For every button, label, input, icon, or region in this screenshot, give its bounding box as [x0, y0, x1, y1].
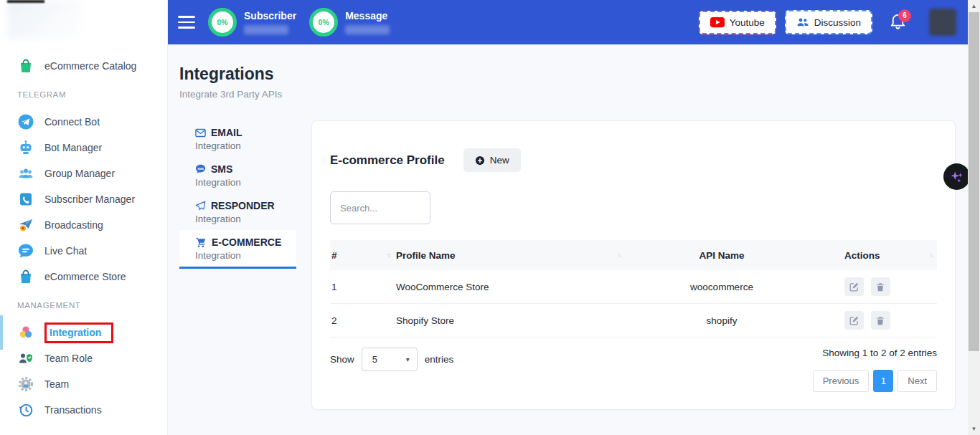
sidebar-item-transactions[interactable]: Transactions: [0, 397, 167, 423]
sidebar: eCommerce Catalog TELEGRAM Connect Bot: [0, 0, 168, 435]
tab-title: E-COMMERCE: [212, 236, 281, 248]
shopping-bag-icon: [17, 57, 34, 75]
sidebar-item-group-manager[interactable]: Group Manager: [0, 161, 167, 186]
tab-subtitle: Integration: [195, 250, 296, 261]
sidebar-item-connect-bot[interactable]: Connect Bot: [0, 109, 167, 135]
hamburger-menu-icon[interactable]: [178, 12, 195, 32]
tab-email-integration[interactable]: EMAIL Integration: [179, 120, 296, 157]
annotation-box: Integration: [44, 322, 113, 343]
table-row: 1 WooCommerce Store woocommerce: [330, 270, 937, 304]
sidebar-item-ecommerce-catalog[interactable]: eCommerce Catalog: [0, 53, 167, 79]
subscriber-stat-label: Subscriber: [244, 10, 296, 21]
cart-icon: [195, 237, 207, 248]
sidebar-item-label: Team Role: [44, 353, 93, 364]
app-window: eCommerce Catalog TELEGRAM Connect Bot: [0, 0, 980, 435]
youtube-button-label: Youtube: [730, 17, 765, 28]
store-bag-icon: [17, 268, 34, 285]
cell-api-name: woocommerce: [625, 282, 819, 292]
youtube-button[interactable]: Youtube: [699, 11, 776, 34]
table-header-row: # ↑↓ Profile Name ↑↓ API Name Actions: [330, 240, 937, 270]
sort-icon[interactable]: ↑↓: [617, 252, 621, 259]
message-progress-ring: 0%: [309, 8, 338, 37]
delete-button[interactable]: [871, 311, 890, 330]
entries-select[interactable]: 5 ▾: [362, 348, 418, 371]
vertical-scrollbar: ▲ ▼: [968, 0, 980, 435]
telegram-plane-icon: [17, 113, 34, 130]
chevron-down-icon: ▾: [406, 355, 410, 363]
showing-entries-text: Showing 1 to 2 of 2 entries: [822, 348, 937, 358]
column-header-profile-name[interactable]: Profile Name ↑↓: [395, 250, 625, 261]
tab-sms-integration[interactable]: SMS SMS Integration: [179, 157, 296, 193]
topbar: 0% Subscriber 0% Message Youtube: [168, 0, 968, 44]
sidebar-item-bot-manager[interactable]: Bot Manager: [0, 135, 167, 161]
column-header-api-name[interactable]: API Name: [625, 250, 819, 261]
notification-count-badge: 6: [898, 9, 911, 22]
sidebar-section-telegram: TELEGRAM: [17, 90, 167, 99]
app-logo[interactable]: [0, 0, 167, 44]
column-header-num[interactable]: # ↑↓: [330, 250, 395, 261]
new-profile-button[interactable]: New: [463, 148, 521, 172]
edit-pencil-icon: [849, 282, 859, 292]
team-role-shield-icon: [17, 350, 34, 367]
user-avatar[interactable]: [929, 9, 956, 36]
message-stat-label: Message: [345, 10, 390, 21]
chat-bubble-icon: [17, 242, 34, 259]
column-header-actions[interactable]: Actions ↑↓: [819, 250, 937, 261]
sidebar-item-label: Broadcasting: [44, 219, 103, 231]
sidebar-item-subscriber-manager[interactable]: Subscriber Manager: [0, 186, 167, 212]
sidebar-item-label: Transactions: [44, 404, 102, 416]
sidebar-item-label: Group Manager: [44, 168, 115, 179]
next-page-button[interactable]: Next: [897, 370, 937, 392]
sidebar-item-team[interactable]: Team: [0, 371, 167, 397]
sidebar-item-label: eCommerce Store: [44, 271, 126, 282]
edit-pencil-icon: [849, 315, 859, 326]
page-1-button[interactable]: 1: [873, 370, 893, 392]
sidebar-item-broadcasting[interactable]: Broadcasting: [0, 212, 167, 238]
sidebar-item-label: Team: [44, 378, 69, 390]
notifications-button[interactable]: 6: [890, 12, 906, 33]
trash-icon: [875, 315, 885, 326]
edit-button[interactable]: [844, 311, 864, 330]
team-gear-icon: [17, 376, 34, 393]
sparkles-icon: [949, 169, 965, 185]
scrollbar-thumb[interactable]: [969, 12, 979, 351]
page-title: Integrations: [179, 64, 956, 84]
tab-responder-integration[interactable]: RESPONDER Integration: [179, 193, 296, 230]
new-button-label: New: [490, 155, 509, 166]
delete-button[interactable]: [871, 277, 890, 296]
sort-icon[interactable]: ↑↓: [387, 252, 390, 259]
subscriber-stat-value-blurred: [244, 25, 288, 34]
page-subtitle: Integrate 3rd Party APIs: [179, 89, 956, 100]
sidebar-item-integration[interactable]: Integration: [0, 320, 167, 345]
integration-circles-icon: [17, 324, 34, 341]
integration-subnav: EMAIL Integration SMS SMS Integration: [179, 120, 296, 269]
sidebar-group-telegram: Connect Bot Bot Manager: [0, 109, 167, 290]
previous-page-button[interactable]: Previous: [813, 370, 870, 392]
panel-title: E-commerce Profile: [330, 153, 445, 168]
subscriber-progress-ring: 0%: [208, 8, 237, 37]
plus-circle-icon: [475, 156, 485, 166]
sidebar-item-team-role[interactable]: Team Role: [0, 345, 167, 371]
sidebar-item-label: Connect Bot: [44, 116, 100, 128]
edit-button[interactable]: [844, 277, 864, 296]
svg-text:SMS: SMS: [197, 167, 204, 171]
tab-ecommerce-integration[interactable]: E-COMMERCE Integration: [179, 230, 296, 269]
sidebar-item-label: Integration: [50, 327, 101, 338]
sidebar-item-label: Live Chat: [44, 245, 87, 257]
discussion-button[interactable]: Discussion: [785, 10, 872, 34]
sidebar-group-management: Integration Team Role Team: [0, 320, 167, 423]
sidebar-item-live-chat[interactable]: Live Chat: [0, 238, 167, 264]
search-input[interactable]: [330, 191, 430, 224]
main-content: Integrations Integrate 3rd Party APIs EM…: [168, 44, 968, 435]
cell-num: 2: [330, 315, 395, 326]
scroll-down-arrow[interactable]: ▼: [968, 423, 980, 435]
ai-assistant-button[interactable]: [943, 163, 970, 190]
pagination: Previous 1 Next: [813, 370, 937, 392]
tab-title: RESPONDER: [211, 200, 275, 211]
sidebar-item-ecommerce-store[interactable]: eCommerce Store: [0, 264, 167, 290]
scroll-up-arrow[interactable]: ▲: [968, 0, 980, 12]
cell-profile-name: WooCommerce Store: [395, 282, 625, 292]
sort-icon[interactable]: ↑↓: [929, 252, 933, 259]
table-row: 2 Shopify Store shopify: [330, 304, 937, 338]
entries-select-value: 5: [372, 354, 377, 365]
